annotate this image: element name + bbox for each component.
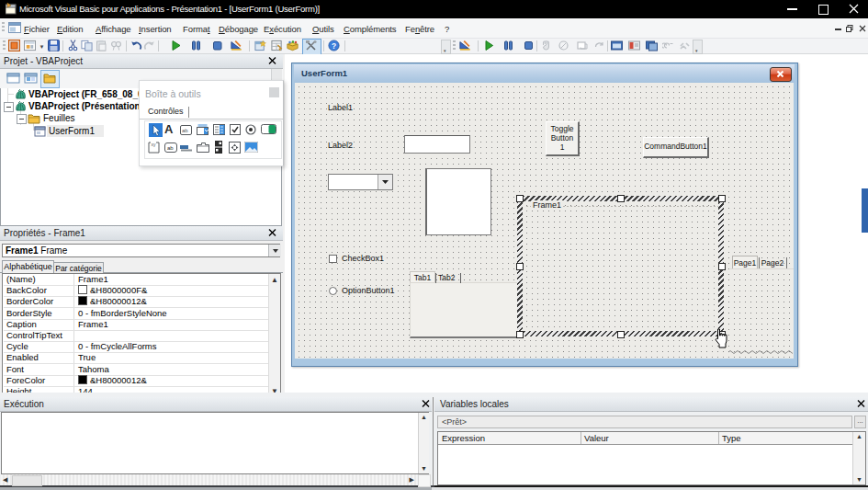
svg-text:?: ? (332, 41, 336, 51)
svg-text:xy: xy (152, 142, 157, 147)
svg-text:ab: ab (167, 145, 174, 151)
svg-text:ab: ab (182, 128, 188, 133)
